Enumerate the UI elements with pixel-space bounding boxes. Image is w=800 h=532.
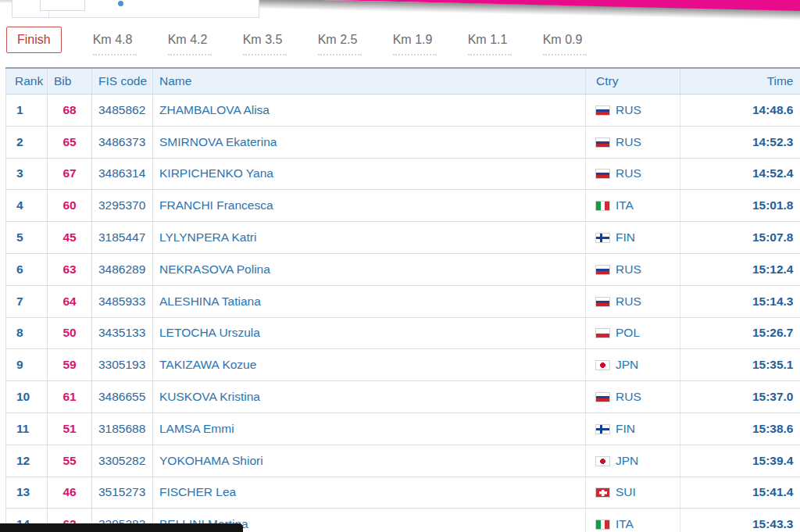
bib-cell: 60 [48, 190, 92, 222]
country-cell: FIN [586, 222, 680, 254]
results-tbody: 1683485862ZHAMBALOVA AlisaRUS14:48.62653… [6, 95, 800, 532]
time-cell: 15:12.4 [680, 253, 800, 285]
time-cell: 15:26.7 [680, 317, 800, 349]
ita-flag-icon [596, 520, 609, 529]
country-cell: ITA [586, 509, 680, 532]
col-header-ctry: Ctry [586, 68, 680, 95]
tab-km-3-5-label: Km 3.5 [243, 33, 283, 46]
time-cell: 15:07.8 [680, 222, 800, 254]
tab-km-3-5[interactable]: Km 3.5 [243, 27, 287, 55]
time-cell: 15:37.0 [680, 381, 800, 413]
country-cell: RUS [586, 381, 680, 413]
rank-cell: 7 [6, 285, 48, 317]
bib-cell: 51 [48, 412, 92, 445]
fis-code-cell: 3435133 [92, 317, 153, 349]
fis-code-cell: 3295370 [92, 190, 153, 222]
tab-underline [318, 54, 362, 55]
col-header-fis-code: FIS code [92, 68, 153, 95]
table-row: 10613486655KUSKOVA KristinaRUS15:37.0 [6, 381, 800, 413]
table-row: 5453185447LYLYNPERA KatriFIN15:07.8 [6, 222, 800, 254]
fis-code-cell: 3515273 [92, 477, 153, 509]
country-cell: SUI [586, 477, 680, 509]
bib-cell: 64 [48, 285, 92, 317]
bib-cell: 67 [48, 158, 92, 190]
bib-cell: 50 [48, 317, 92, 349]
tab-underline [243, 54, 287, 55]
tab-km-2-5[interactable]: Km 2.5 [318, 27, 362, 55]
bib-cell: 45 [48, 222, 92, 254]
results-table-container: Rank Bib FIS code Name Ctry Time 1683485… [5, 67, 800, 532]
tab-km-0-9[interactable]: Km 0.9 [543, 27, 587, 55]
ita-flag-icon [596, 202, 609, 210]
fis-code-cell: 3305282 [92, 445, 153, 477]
country-cell: JPN [586, 349, 680, 381]
country-code: JPN [616, 454, 638, 467]
country-code: RUS [616, 295, 641, 308]
jpn-flag-icon [596, 457, 609, 466]
tab-km-4-8-label: Km 4.8 [93, 33, 133, 46]
pol-flag-icon [596, 329, 609, 337]
rus-flag-icon [596, 298, 609, 306]
country-cell: POL [586, 317, 680, 349]
country-code: ITA [616, 198, 634, 212]
country-code: RUS [616, 135, 641, 148]
tab-km-4-2-label: Km 4.2 [168, 33, 208, 46]
athlete-name-cell: FRANCHI Francesca [153, 190, 586, 222]
table-row: 11513185688LAMSA EmmiFIN15:38.6 [6, 412, 800, 445]
col-header-time: Time [680, 68, 800, 95]
tab-km-1-1[interactable]: Km 1.1 [468, 27, 512, 55]
athlete-name-cell: KIRPICHENKO Yana [153, 158, 586, 190]
rank-cell: 1 [6, 95, 48, 127]
fis-code-cell: 3185447 [92, 222, 153, 254]
athlete-name-cell: TAKIZAWA Kozue [153, 349, 586, 381]
athlete-name-cell: LYLYNPERA Katri [153, 222, 586, 254]
bib-cell: 63 [48, 253, 92, 285]
fis-code-cell: 3185688 [92, 412, 153, 445]
header-row: Rank Bib FIS code Name Ctry Time [6, 68, 800, 95]
athlete-name-cell: KUSKOVA Kristina [153, 381, 586, 413]
rank-cell: 4 [6, 190, 48, 222]
country-code: RUS [616, 166, 641, 180]
country-code: JPN [616, 358, 638, 371]
country-cell: RUS [586, 95, 680, 127]
table-row: 8503435133LETOCHA UrszulaPOL15:26.7 [6, 317, 800, 349]
tab-underline [168, 54, 212, 55]
fis-code-cell: 3486314 [92, 158, 153, 190]
athlete-name-cell: YOKOHAMA Shiori [153, 445, 586, 477]
athlete-name-cell: LETOCHA Urszula [153, 317, 586, 349]
country-code: RUS [616, 103, 641, 116]
bib-cell: 46 [48, 477, 92, 509]
table-row: 13463515273FISCHER LeaSUI15:41.4 [6, 477, 800, 509]
tab-km-4-2[interactable]: Km 4.2 [168, 27, 212, 55]
tab-km-4-8[interactable]: Km 4.8 [93, 27, 137, 55]
rank-cell: 8 [6, 317, 48, 349]
table-row: 3673486314KIRPICHENKO YanaRUS14:52.4 [6, 158, 800, 190]
time-cell: 15:39.4 [680, 445, 800, 477]
bottom-black-bar [0, 523, 243, 532]
partial-tab[interactable] [40, 0, 85, 11]
jpn-flag-icon [596, 361, 609, 370]
bib-cell: 68 [48, 95, 92, 127]
athlete-name-cell: NEKRASOVA Polina [153, 253, 586, 285]
rank-cell: 3 [6, 158, 48, 190]
table-row: 1683485862ZHAMBALOVA AlisaRUS14:48.6 [6, 95, 800, 127]
athlete-name-cell: LAMSA Emmi [153, 412, 586, 445]
time-cell: 14:48.6 [680, 95, 800, 127]
rank-cell: 11 [6, 412, 48, 445]
fin-flag-icon [596, 425, 609, 434]
athlete-name-cell: ZHAMBALOVA Alisa [153, 95, 586, 127]
rank-cell: 5 [6, 222, 48, 254]
tab-km-1-9[interactable]: Km 1.9 [393, 27, 437, 55]
table-row: 2653486373SMIRNOVA EkaterinaRUS14:52.3 [6, 126, 800, 158]
time-cell: 15:41.4 [680, 477, 800, 509]
country-cell: FIN [586, 412, 680, 445]
tab-finish[interactable]: Finish [6, 27, 62, 53]
partial-tab-bar [12, 0, 259, 18]
athlete-name-cell: FISCHER Lea [153, 477, 586, 509]
rank-cell: 9 [6, 349, 48, 381]
rank-cell: 12 [6, 445, 48, 477]
country-cell: ITA [586, 190, 680, 222]
country-cell: RUS [586, 285, 680, 317]
col-header-rank: Rank [6, 68, 48, 95]
country-code: SUI [616, 485, 636, 498]
